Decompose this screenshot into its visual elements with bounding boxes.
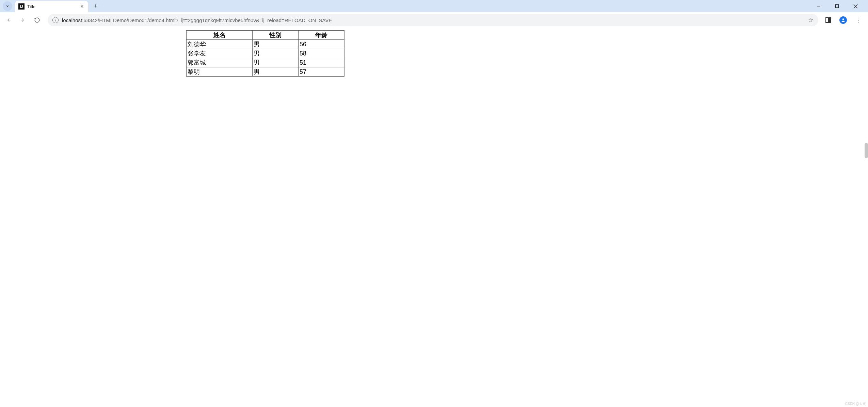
page-content: 姓名 性别 年龄 刘德华 男 56 张学友 男 58 郭富城 男 51 黎明 [0, 28, 868, 77]
bookmark-star-icon[interactable]: ☆ [808, 16, 814, 24]
side-panel-icon [825, 17, 831, 23]
minimize-button[interactable] [814, 1, 824, 11]
data-table: 姓名 性别 年龄 刘德华 男 56 张学友 男 58 郭富城 男 51 黎明 [186, 30, 344, 77]
maximize-button[interactable] [832, 1, 842, 11]
address-bar[interactable]: i localhost:63342/HTMLDemo/Demo01/demo4.… [48, 14, 818, 26]
profile-avatar-icon [839, 16, 847, 24]
forward-button[interactable] [17, 14, 29, 26]
url-text: localhost:63342/HTMLDemo/Demo01/demo4.ht… [62, 17, 332, 23]
cell-age: 56 [299, 40, 344, 49]
cell-age: 58 [299, 49, 344, 58]
cell-name: 张学友 [187, 49, 253, 58]
tab-title: Title [27, 4, 77, 9]
header-age: 年龄 [299, 31, 344, 40]
more-menu-button[interactable]: ⋮ [853, 15, 863, 25]
cell-gender: 男 [253, 58, 299, 67]
close-window-button[interactable] [850, 1, 861, 11]
table-row: 张学友 男 58 [187, 49, 344, 58]
site-info-icon[interactable]: i [52, 17, 59, 23]
url-path: :63342/HTMLDemo/Demo01/demo4.html?_ijt=2… [82, 17, 332, 23]
profile-button[interactable] [838, 15, 848, 25]
cell-gender: 男 [253, 40, 299, 49]
table-row: 黎明 男 57 [187, 67, 344, 77]
header-name: 姓名 [187, 31, 253, 40]
watermark-text: CSDN @太宸 [845, 402, 866, 406]
svg-point-6 [842, 18, 844, 20]
search-tabs-button[interactable] [3, 1, 12, 11]
svg-rect-1 [836, 5, 839, 8]
table-header-row: 姓名 性别 年龄 [187, 31, 344, 40]
table-row: 刘德华 男 56 [187, 40, 344, 49]
cell-age: 57 [299, 67, 344, 77]
browser-tab-active[interactable]: IJ Title ✕ [15, 1, 88, 12]
table-row: 郭富城 男 51 [187, 58, 344, 67]
back-button[interactable] [3, 14, 14, 26]
browser-chrome: IJ Title ✕ + i localhost: [0, 0, 868, 28]
toolbar: i localhost:63342/HTMLDemo/Demo01/demo4.… [0, 12, 868, 28]
header-gender: 性别 [253, 31, 299, 40]
new-tab-button[interactable]: + [91, 1, 100, 11]
toolbar-right: ⋮ [823, 15, 865, 25]
tab-favicon-icon: IJ [18, 3, 25, 10]
cell-gender: 男 [253, 49, 299, 58]
url-host: localhost [62, 17, 82, 23]
close-tab-button[interactable]: ✕ [79, 4, 85, 9]
cell-name: 刘德华 [187, 40, 253, 49]
reload-button[interactable] [31, 14, 43, 26]
scrollbar-thumb[interactable] [865, 143, 868, 158]
cell-name: 郭富城 [187, 58, 253, 67]
cell-gender: 男 [253, 67, 299, 77]
tab-strip: IJ Title ✕ + [0, 0, 868, 12]
cell-age: 51 [299, 58, 344, 67]
cell-name: 黎明 [187, 67, 253, 77]
window-controls [814, 0, 868, 12]
side-panel-button[interactable] [823, 15, 833, 25]
